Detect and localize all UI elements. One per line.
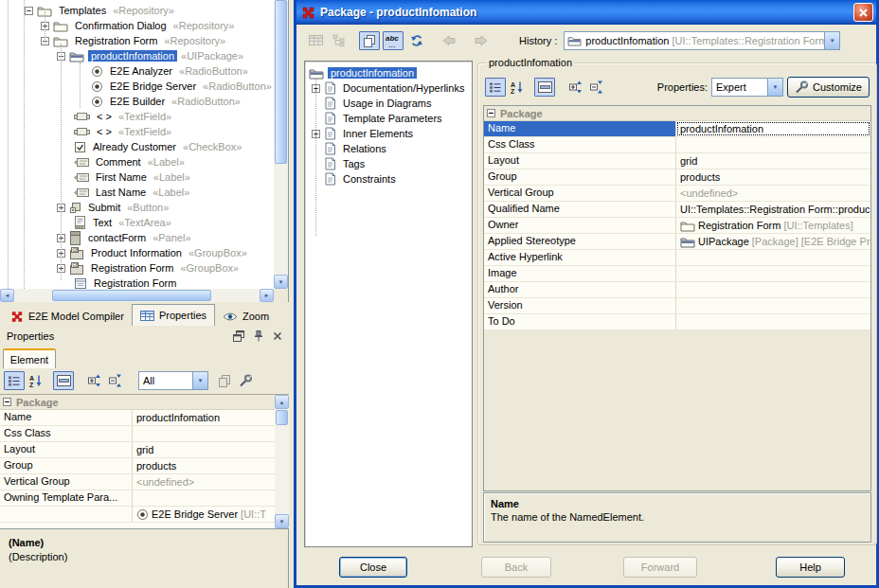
tree-item[interactable]: Comment«Label» <box>0 154 274 169</box>
tree-item[interactable]: Last Name«Label» <box>0 185 274 200</box>
tree-item-label[interactable]: Registration Form <box>88 262 176 274</box>
property-value[interactable]: productInfomation <box>133 410 275 425</box>
text-mode-button[interactable]: abc... <box>383 31 404 50</box>
tree-item-label[interactable]: Constraints <box>340 173 399 185</box>
tree-item-label[interactable]: Inner Elements <box>340 128 416 139</box>
tree-item[interactable]: E2E Analyzer«RadioButton» <box>0 63 274 79</box>
tree-item[interactable]: +Submit«Button» <box>0 200 274 215</box>
sort-alphabetically-button[interactable]: AZ <box>25 371 45 390</box>
property-value[interactable] <box>676 250 870 265</box>
property-label[interactable]: Vertical Group <box>484 186 676 201</box>
tree-item[interactable]: Tags <box>305 156 472 171</box>
section-header[interactable]: −Package <box>484 106 870 121</box>
scrollbar-thumb[interactable] <box>276 410 288 425</box>
properties-mode-combobox[interactable]: Expert▼ <box>711 78 783 97</box>
property-value[interactable] <box>676 266 870 281</box>
tree-item[interactable]: Constraints <box>305 171 472 187</box>
collapse-all-button[interactable] <box>104 371 125 390</box>
property-row[interactable]: E2E Bridge Server [UI::T <box>0 507 275 523</box>
scroll-right-button[interactable]: ► <box>260 289 274 302</box>
dialog-close-button[interactable] <box>853 3 873 22</box>
property-row[interactable]: Qualified NameUI::Templates::Registratio… <box>484 202 870 218</box>
property-value[interactable]: Registration Form [UI::Templates] <box>676 218 870 233</box>
tree-item[interactable]: +GBRegistration Form«GroupBox» <box>0 260 274 276</box>
tab-element[interactable]: Element <box>3 348 56 368</box>
tree-item[interactable]: E2E Builder«RadioButton» <box>0 94 274 109</box>
dock-tab-e2e-model-compiler[interactable]: E2E Model Compiler <box>3 307 132 326</box>
property-value[interactable]: <undefined> <box>133 474 275 490</box>
property-label[interactable]: Active Hyperlink <box>484 250 676 265</box>
tree-item-label[interactable]: Template Parameters <box>340 113 445 124</box>
tree-item[interactable]: +GBProduct Information«GroupBox» <box>0 245 274 260</box>
dialog-titlebar[interactable]: Package - productInfomation <box>296 0 876 25</box>
forward-button[interactable] <box>471 31 492 50</box>
tree-item[interactable]: Registration Form <box>0 276 274 289</box>
tree-item[interactable]: < >«TextField» <box>0 124 274 139</box>
property-label[interactable]: Name <box>0 410 133 425</box>
property-label[interactable]: Version <box>484 298 676 313</box>
property-row[interactable]: OwnerRegistration Form [UI::Templates] <box>484 218 870 234</box>
property-value[interactable]: productInfomation <box>676 121 870 136</box>
back-button[interactable]: Back <box>481 557 551 578</box>
tree-item[interactable]: −Templates«Repository» <box>0 3 274 18</box>
property-value[interactable]: <undefined> <box>676 186 870 201</box>
dock-tab-properties[interactable]: Properties <box>132 304 215 326</box>
property-value[interactable] <box>676 298 870 313</box>
tree-vertical-scrollbar[interactable]: ▼ <box>274 0 288 289</box>
property-row[interactable]: Active Hyperlink <box>484 250 870 266</box>
scroll-left-button[interactable]: ◄ <box>0 289 14 302</box>
property-row[interactable]: Author <box>484 282 870 298</box>
property-row[interactable]: Groupproducts <box>0 458 275 474</box>
tree-item-label[interactable]: Submit <box>85 202 123 213</box>
collapse-toggle[interactable]: − <box>25 7 33 15</box>
categorized-view-button[interactable] <box>4 371 25 390</box>
expand-all-button[interactable] <box>83 371 104 390</box>
customize-button[interactable]: Customize <box>787 77 870 98</box>
tree-item[interactable]: +contactForm«Panel» <box>0 230 274 245</box>
tree-item[interactable]: < >«TextField» <box>0 109 274 124</box>
help-button[interactable]: Help <box>776 557 845 578</box>
property-label[interactable] <box>0 507 133 522</box>
tree-item[interactable]: Relations <box>305 141 472 156</box>
copy-button[interactable] <box>214 371 235 390</box>
chevron-down-icon[interactable]: ▼ <box>824 32 839 49</box>
property-label[interactable]: Image <box>484 266 676 281</box>
property-value[interactable] <box>676 137 870 152</box>
tree-item-label[interactable]: Already Customer <box>90 141 179 152</box>
property-label[interactable]: Group <box>484 169 676 185</box>
tree-item-label[interactable]: Documentation/Hyperlinks <box>340 82 467 94</box>
property-value[interactable] <box>133 490 275 506</box>
collapse-toggle[interactable]: − <box>487 109 495 117</box>
tree-item-label[interactable]: Last Name <box>93 187 149 198</box>
history-combobox[interactable]: productInfomation [UI::Templates::Regist… <box>564 31 840 50</box>
property-value[interactable]: products <box>676 169 870 185</box>
property-value[interactable] <box>676 314 870 330</box>
grid-view-button[interactable] <box>305 31 326 50</box>
scroll-up-button[interactable]: ▲ <box>275 395 289 409</box>
pin-icon[interactable] <box>254 330 263 342</box>
refresh-button[interactable] <box>406 31 427 50</box>
tree-item-label[interactable]: productInfomation <box>328 67 417 79</box>
property-row[interactable]: Css Class <box>484 137 870 153</box>
chevron-down-icon[interactable]: ▼ <box>192 372 207 389</box>
property-label[interactable]: Applied Stereotype <box>484 234 676 249</box>
property-row[interactable]: Groupproducts <box>484 169 870 186</box>
tree-item-label[interactable]: Registration Form <box>91 277 179 289</box>
property-label[interactable]: To Do <box>484 314 676 330</box>
show-description-button[interactable] <box>53 371 74 390</box>
property-row[interactable]: To Do <box>484 314 870 330</box>
tree-item-label[interactable]: contactForm <box>85 232 149 243</box>
property-label[interactable]: Author <box>484 282 676 297</box>
collapse-all-button[interactable] <box>585 78 606 97</box>
close-panel-icon[interactable] <box>273 331 282 341</box>
property-label[interactable]: Owning Template Para... <box>0 490 133 506</box>
collapse-toggle[interactable]: − <box>3 398 11 406</box>
property-value[interactable] <box>133 426 275 441</box>
tree-item-label[interactable]: Comment <box>93 156 144 168</box>
tree-item-label[interactable]: productInfomation <box>88 50 177 62</box>
property-row[interactable]: NameproductInfomation <box>0 410 275 426</box>
tree-item-label[interactable]: Usage in Diagrams <box>340 98 435 109</box>
customize-button[interactable] <box>235 371 256 390</box>
tree-item-label[interactable]: < > <box>94 126 115 137</box>
property-row[interactable]: Vertical Group<undefined> <box>0 474 275 490</box>
